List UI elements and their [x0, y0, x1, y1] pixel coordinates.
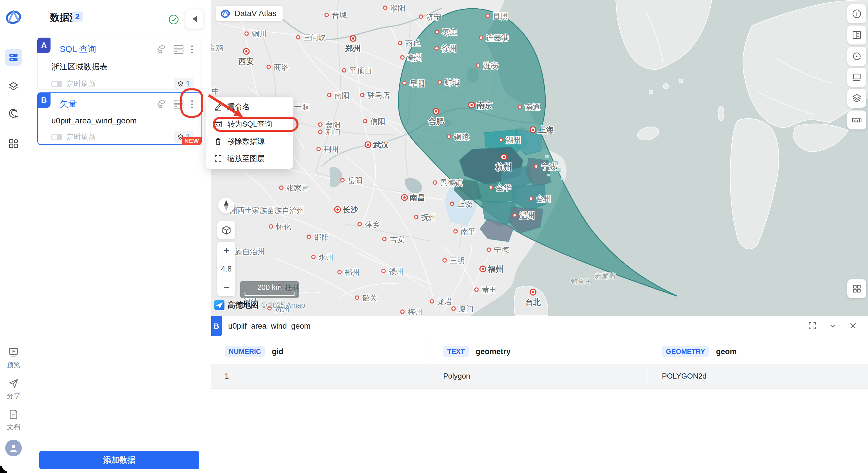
grid-icon: [852, 284, 862, 294]
table-row[interactable]: 1 Polygon POLYGON2d: [211, 364, 868, 389]
menu-item-zoom-to-layer[interactable]: 缩放至图层: [206, 150, 293, 167]
close-icon: [849, 321, 857, 330]
sidebar-item-share[interactable]: 分享: [0, 391, 27, 400]
sidebar-item-preview[interactable]: 预览: [0, 360, 27, 369]
zoom-in-button[interactable]: +: [217, 242, 236, 260]
docs-icon[interactable]: [8, 409, 19, 420]
svg-text:怀化: 怀化: [276, 222, 291, 231]
data-preview-panel: B u0piif_area_wind_geom NUMERIC gid TEXT…: [211, 316, 868, 473]
layer-diamond-icon: [177, 81, 184, 87]
datasource-panel: 数据源 2 A SQL 查询 浙江区: [27, 0, 211, 473]
svg-text:三门峡: 三门峡: [303, 33, 326, 42]
screen-corner: [0, 466, 7, 473]
compass-button[interactable]: [218, 197, 234, 214]
map-layers-button[interactable]: [847, 89, 866, 107]
column-type-badge: GEOMETRY: [662, 346, 709, 357]
trash-icon: [214, 137, 222, 145]
collapse-left-icon: [189, 16, 197, 22]
svg-text:南平: 南平: [461, 227, 476, 236]
datasource-name: u0piif_area_wind_geom: [38, 110, 201, 125]
grid-view-button[interactable]: [847, 279, 866, 298]
datasource-card-a[interactable]: A SQL 查询 浙江区域数据表 定时刷新: [37, 38, 202, 90]
add-to-layer-icon[interactable]: [156, 44, 167, 55]
chevron-down-icon: [828, 321, 837, 330]
ruler-icon: [851, 115, 862, 125]
svg-text:铜陵: 铜陵: [454, 133, 469, 141]
screen-button[interactable]: [847, 68, 866, 87]
avatar[interactable]: [5, 440, 22, 456]
sidebar-item-datasource[interactable]: [5, 49, 22, 66]
legend-panel-button[interactable]: [847, 26, 866, 44]
sidebar-item-components[interactable]: [5, 135, 22, 152]
svg-text:徐州: 徐州: [442, 44, 457, 53]
svg-text:日照: 日照: [493, 12, 508, 20]
collapse-panel-button[interactable]: [185, 9, 203, 29]
map-brand-pill: DataV Atlas: [216, 6, 283, 21]
datasource-icon: [8, 52, 19, 63]
kebab-menu-icon[interactable]: [190, 44, 194, 55]
menu-item-remove[interactable]: 移除数据源: [206, 133, 293, 150]
refresh-toggle[interactable]: [51, 134, 62, 140]
svg-text:郴州: 郴州: [344, 268, 360, 277]
svg-text:郑州: 郑州: [345, 44, 361, 53]
add-to-layer-icon[interactable]: [156, 99, 167, 109]
svg-text:亳州: 亳州: [408, 53, 423, 62]
add-data-button[interactable]: 添加数据: [39, 451, 199, 469]
cube-icon: [222, 225, 231, 235]
close-panel-button[interactable]: [847, 320, 859, 332]
sidebar-item-docs[interactable]: 文档: [0, 422, 27, 431]
svg-text:钓鱼岛: 钓鱼岛: [570, 277, 591, 285]
svg-text:赣州: 赣州: [389, 267, 404, 276]
preview-icon[interactable]: [8, 346, 19, 358]
card-key-badge: A: [37, 38, 51, 53]
svg-text:荆州: 荆州: [324, 145, 339, 154]
reset-rotation-button[interactable]: [847, 47, 866, 66]
data-table: NUMERIC gid TEXT geometry GEOMETRY geom …: [211, 339, 868, 389]
svg-text:三明: 三明: [450, 256, 465, 265]
map-city-marker: 湘西土家族苗族自治州: [229, 206, 304, 215]
sidebar-item-layers[interactable]: [5, 78, 22, 95]
share-icon[interactable]: [8, 378, 19, 389]
column-header-geom[interactable]: GEOMETRY geom: [648, 339, 868, 364]
svg-text:驻马店: 驻马店: [367, 91, 390, 100]
svg-text:平顶山: 平顶山: [349, 66, 372, 75]
refresh-label: 定时刷新: [66, 132, 96, 142]
column-type-badge: NUMERIC: [225, 346, 265, 357]
new-badge: NEW: [182, 137, 202, 145]
svg-text:南阳: 南阳: [334, 91, 349, 100]
cell-geom: POLYGON2d: [648, 364, 868, 389]
map-3d-button[interactable]: [217, 221, 236, 239]
svg-text:金华: 金华: [496, 183, 511, 192]
panel-key-badge: B: [211, 316, 222, 336]
map-city-marker: 上海: [530, 126, 554, 134]
expand-icon: [214, 154, 222, 162]
svg-text:阜阳: 阜阳: [410, 79, 425, 88]
svg-text:濮阳: 濮阳: [391, 4, 405, 12]
map-city-marker: 钓鱼岛: [570, 277, 591, 285]
svg-text:温州: 温州: [520, 211, 535, 220]
card-type-label[interactable]: SQL 查询: [60, 43, 96, 55]
datav-logo-icon: [220, 8, 230, 19]
svg-text:西安: 西安: [238, 57, 254, 66]
collapse-panel-button[interactable]: [827, 320, 838, 332]
svg-text:湘西土家族苗族自治州: 湘西土家族苗族自治州: [229, 206, 304, 215]
datasource-card-b[interactable]: B 矢量 u0piif_area_wind_geom 定时刷新: [37, 92, 202, 145]
info-button[interactable]: [847, 4, 866, 23]
svg-text:台北: 台北: [525, 298, 541, 307]
svg-text:韶关: 韶关: [362, 294, 377, 302]
panel-view-icon[interactable]: [174, 44, 184, 55]
svg-text:张家界: 张家界: [286, 184, 309, 192]
svg-text:湖州: 湖州: [506, 136, 521, 145]
svg-text:抚州: 抚州: [421, 213, 436, 222]
refresh-toggle[interactable]: [51, 81, 62, 87]
column-header-geometry[interactable]: TEXT geometry: [429, 339, 648, 364]
zoom-out-button[interactable]: −: [217, 278, 236, 296]
svg-text:南昌: 南昌: [409, 193, 425, 202]
card-type-label[interactable]: 矢量: [60, 98, 77, 110]
measure-button[interactable]: [847, 111, 866, 129]
map-attribution: 高德地图 © 2025 Amap: [214, 299, 305, 311]
fullscreen-button[interactable]: [807, 320, 818, 332]
column-header-gid[interactable]: NUMERIC gid: [211, 339, 429, 364]
sidebar-item-interaction[interactable]: [5, 105, 22, 122]
info-icon: [852, 9, 862, 19]
